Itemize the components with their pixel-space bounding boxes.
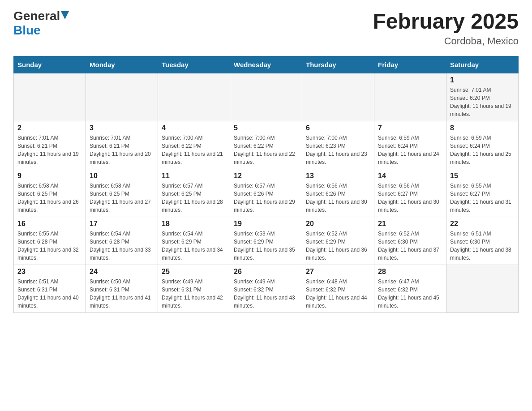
calendar-day-cell [446,265,519,313]
calendar-day-cell: 26Sunrise: 6:49 AM Sunset: 6:32 PM Dayli… [230,265,302,313]
day-number: 13 [306,172,370,180]
day-info: Sunrise: 6:51 AM Sunset: 6:31 PM Dayligh… [17,278,82,310]
calendar-day-cell: 16Sunrise: 6:55 AM Sunset: 6:28 PM Dayli… [14,217,86,265]
calendar-body: 1Sunrise: 7:01 AM Sunset: 6:20 PM Daylig… [14,73,519,313]
day-number: 1 [450,76,515,84]
day-number: 16 [17,220,82,228]
calendar-week-row: 23Sunrise: 6:51 AM Sunset: 6:31 PM Dayli… [14,265,519,313]
calendar-day-cell: 18Sunrise: 6:54 AM Sunset: 6:29 PM Dayli… [158,217,230,265]
day-number: 25 [162,268,226,276]
calendar-day-cell: 11Sunrise: 6:57 AM Sunset: 6:25 PM Dayli… [158,169,230,217]
day-info: Sunrise: 6:47 AM Sunset: 6:32 PM Dayligh… [378,278,442,310]
calendar-day-cell: 2Sunrise: 7:01 AM Sunset: 6:21 PM Daylig… [14,121,86,169]
calendar-day-cell: 25Sunrise: 6:49 AM Sunset: 6:31 PM Dayli… [158,265,230,313]
day-info: Sunrise: 7:01 AM Sunset: 6:20 PM Dayligh… [450,86,515,118]
day-of-week-header: Friday [374,56,446,73]
calendar-day-cell [374,73,446,121]
day-number: 12 [234,172,298,180]
calendar-header: SundayMondayTuesdayWednesdayThursdayFrid… [14,56,519,73]
day-info: Sunrise: 6:48 AM Sunset: 6:32 PM Dayligh… [306,278,370,310]
calendar-day-cell: 14Sunrise: 6:56 AM Sunset: 6:27 PM Dayli… [374,169,446,217]
day-of-week-header: Wednesday [230,56,302,73]
day-number: 27 [306,268,370,276]
calendar-day-cell: 5Sunrise: 7:00 AM Sunset: 6:22 PM Daylig… [230,121,302,169]
day-number: 3 [90,124,154,132]
title-block: February 2025 Cordoba, Mexico [373,9,519,47]
day-number: 5 [234,124,298,132]
calendar-day-cell: 4Sunrise: 7:00 AM Sunset: 6:22 PM Daylig… [158,121,230,169]
calendar-week-row: 2Sunrise: 7:01 AM Sunset: 6:21 PM Daylig… [14,121,519,169]
day-info: Sunrise: 6:50 AM Sunset: 6:31 PM Dayligh… [90,278,154,310]
day-info: Sunrise: 6:58 AM Sunset: 6:25 PM Dayligh… [17,182,82,214]
day-info: Sunrise: 6:52 AM Sunset: 6:29 PM Dayligh… [306,230,370,262]
calendar-day-cell: 20Sunrise: 6:52 AM Sunset: 6:29 PM Dayli… [302,217,374,265]
day-number: 28 [378,268,442,276]
day-info: Sunrise: 6:58 AM Sunset: 6:25 PM Dayligh… [90,182,154,214]
calendar-day-cell: 17Sunrise: 6:54 AM Sunset: 6:28 PM Dayli… [86,217,158,265]
calendar-week-row: 9Sunrise: 6:58 AM Sunset: 6:25 PM Daylig… [14,169,519,217]
calendar-day-cell: 19Sunrise: 6:53 AM Sunset: 6:29 PM Dayli… [230,217,302,265]
day-info: Sunrise: 6:56 AM Sunset: 6:27 PM Dayligh… [378,182,442,214]
calendar-day-cell: 8Sunrise: 6:59 AM Sunset: 6:24 PM Daylig… [446,121,519,169]
day-info: Sunrise: 7:00 AM Sunset: 6:22 PM Dayligh… [234,134,298,166]
day-info: Sunrise: 6:54 AM Sunset: 6:28 PM Dayligh… [90,230,154,262]
day-info: Sunrise: 7:00 AM Sunset: 6:23 PM Dayligh… [306,134,370,166]
day-info: Sunrise: 6:59 AM Sunset: 6:24 PM Dayligh… [378,134,442,166]
calendar-day-cell: 10Sunrise: 6:58 AM Sunset: 6:25 PM Dayli… [86,169,158,217]
day-number: 21 [378,220,442,228]
calendar-day-cell: 3Sunrise: 7:01 AM Sunset: 6:21 PM Daylig… [86,121,158,169]
day-number: 4 [162,124,226,132]
calendar-day-cell: 13Sunrise: 6:56 AM Sunset: 6:26 PM Dayli… [302,169,374,217]
page-header: General Blue February 2025 Cordoba, Mexi… [13,9,519,47]
day-number: 17 [90,220,154,228]
calendar-day-cell: 6Sunrise: 7:00 AM Sunset: 6:23 PM Daylig… [302,121,374,169]
calendar-title: February 2025 [373,9,519,34]
day-number: 10 [90,172,154,180]
day-info: Sunrise: 6:57 AM Sunset: 6:25 PM Dayligh… [162,182,226,214]
calendar-day-cell: 15Sunrise: 6:55 AM Sunset: 6:27 PM Dayli… [446,169,519,217]
calendar-day-cell [302,73,374,121]
day-info: Sunrise: 6:51 AM Sunset: 6:30 PM Dayligh… [450,230,515,262]
calendar-table: SundayMondayTuesdayWednesdayThursdayFrid… [13,56,519,313]
day-number: 23 [17,268,82,276]
day-info: Sunrise: 7:01 AM Sunset: 6:21 PM Dayligh… [17,134,82,166]
calendar-day-cell: 23Sunrise: 6:51 AM Sunset: 6:31 PM Dayli… [14,265,86,313]
day-number: 9 [17,172,82,180]
logo: General Blue [13,9,69,38]
calendar-day-cell: 7Sunrise: 6:59 AM Sunset: 6:24 PM Daylig… [374,121,446,169]
day-of-week-header: Saturday [446,56,519,73]
day-number: 20 [306,220,370,228]
day-of-week-header: Thursday [302,56,374,73]
calendar-day-cell: 24Sunrise: 6:50 AM Sunset: 6:31 PM Dayli… [86,265,158,313]
day-number: 15 [450,172,515,180]
calendar-day-cell: 9Sunrise: 6:58 AM Sunset: 6:25 PM Daylig… [14,169,86,217]
day-info: Sunrise: 7:00 AM Sunset: 6:22 PM Dayligh… [162,134,226,166]
day-info: Sunrise: 6:55 AM Sunset: 6:27 PM Dayligh… [450,182,515,214]
logo-triangle-icon [61,11,69,19]
calendar-day-cell [158,73,230,121]
calendar-day-cell: 12Sunrise: 6:57 AM Sunset: 6:26 PM Dayli… [230,169,302,217]
day-of-week-header: Monday [86,56,158,73]
day-number: 6 [306,124,370,132]
calendar-day-cell: 28Sunrise: 6:47 AM Sunset: 6:32 PM Dayli… [374,265,446,313]
day-info: Sunrise: 6:52 AM Sunset: 6:30 PM Dayligh… [378,230,442,262]
calendar-day-cell: 1Sunrise: 7:01 AM Sunset: 6:20 PM Daylig… [446,73,519,121]
day-info: Sunrise: 6:49 AM Sunset: 6:32 PM Dayligh… [234,278,298,310]
day-number: 22 [450,220,515,228]
calendar-day-cell [86,73,158,121]
day-of-week-header: Sunday [14,56,86,73]
day-info: Sunrise: 6:55 AM Sunset: 6:28 PM Dayligh… [17,230,82,262]
svg-marker-0 [61,11,69,19]
day-number: 24 [90,268,154,276]
calendar-day-cell: 21Sunrise: 6:52 AM Sunset: 6:30 PM Dayli… [374,217,446,265]
day-number: 11 [162,172,226,180]
day-info: Sunrise: 6:49 AM Sunset: 6:31 PM Dayligh… [162,278,226,310]
day-number: 18 [162,220,226,228]
day-number: 19 [234,220,298,228]
calendar-subtitle: Cordoba, Mexico [373,35,519,47]
day-number: 26 [234,268,298,276]
days-of-week-row: SundayMondayTuesdayWednesdayThursdayFrid… [14,56,519,73]
day-number: 2 [17,124,82,132]
calendar-day-cell: 22Sunrise: 6:51 AM Sunset: 6:30 PM Dayli… [446,217,519,265]
day-number: 7 [378,124,442,132]
